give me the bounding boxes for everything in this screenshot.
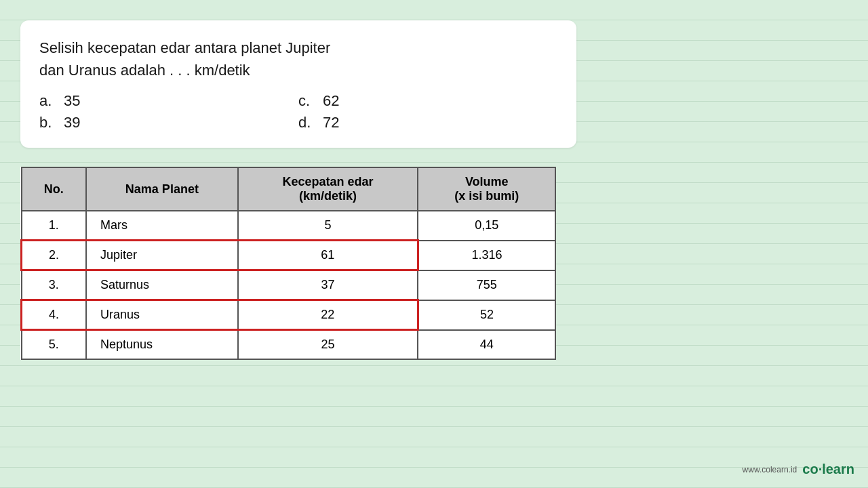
option-b: b. 39 bbox=[39, 114, 298, 131]
option-a: a. 35 bbox=[39, 92, 298, 110]
table-row: 5. Neptunus 25 44 bbox=[22, 330, 556, 360]
row1-volume: 0,15 bbox=[418, 211, 555, 241]
brand-logo: co·learn bbox=[802, 462, 854, 477]
row1-no: 1. bbox=[22, 211, 87, 241]
row5-name: Neptunus bbox=[86, 330, 238, 360]
row3-name: Saturnus bbox=[86, 270, 238, 300]
row4-no: 4. bbox=[22, 300, 87, 330]
table-row-uranus: 4. Uranus 22 52 bbox=[22, 300, 556, 330]
header-volume: Volume(x isi bumi) bbox=[418, 167, 555, 211]
row1-speed: 5 bbox=[238, 211, 418, 241]
table-row: 1. Mars 5 0,15 bbox=[22, 211, 556, 241]
table-row-jupiter: 2. Jupiter 61 1.316 bbox=[22, 241, 556, 270]
option-d-value: 72 bbox=[323, 114, 339, 131]
option-d: d. 72 bbox=[298, 114, 557, 131]
header-no: No. bbox=[22, 167, 87, 211]
question-box: Selisih kecepatan edar antara planet Jup… bbox=[20, 20, 576, 148]
row2-name: Jupiter bbox=[86, 241, 238, 270]
row4-name: Uranus bbox=[86, 300, 238, 330]
planet-table: No. Nama Planet Kecepatan edar(km/detik)… bbox=[20, 167, 556, 360]
header-name: Nama Planet bbox=[86, 167, 238, 211]
row3-no: 3. bbox=[22, 270, 87, 300]
row2-volume: 1.316 bbox=[418, 241, 555, 270]
option-c: c. 62 bbox=[298, 92, 557, 110]
row5-no: 5. bbox=[22, 330, 87, 360]
option-a-value: 35 bbox=[64, 92, 80, 110]
options-grid: a. 35 c. 62 b. 39 d. 72 bbox=[39, 92, 557, 131]
row3-volume: 755 bbox=[418, 270, 555, 300]
row5-speed: 25 bbox=[238, 330, 418, 360]
row3-speed: 37 bbox=[238, 270, 418, 300]
option-b-letter: b. bbox=[39, 114, 56, 131]
header-speed: Kecepatan edar(km/detik) bbox=[238, 167, 418, 211]
question-text: Selisih kecepatan edar antara planet Jup… bbox=[39, 37, 557, 81]
option-b-value: 39 bbox=[64, 114, 80, 131]
option-c-value: 62 bbox=[323, 92, 339, 110]
option-c-letter: c. bbox=[298, 92, 315, 110]
main-content: Selisih kecepatan edar antara planet Jup… bbox=[20, 20, 576, 360]
row4-speed: 22 bbox=[238, 300, 418, 330]
option-a-letter: a. bbox=[39, 92, 56, 110]
table-row: 3. Saturnus 37 755 bbox=[22, 270, 556, 300]
row4-volume: 52 bbox=[418, 300, 555, 330]
brand-url: www.colearn.id bbox=[743, 465, 797, 474]
row2-no: 2. bbox=[22, 241, 87, 270]
row5-volume: 44 bbox=[418, 330, 555, 360]
table-header-row: No. Nama Planet Kecepatan edar(km/detik)… bbox=[22, 167, 556, 211]
brand-area: www.colearn.id co·learn bbox=[743, 462, 854, 477]
option-d-letter: d. bbox=[298, 114, 315, 131]
row2-speed: 61 bbox=[238, 241, 418, 270]
row1-name: Mars bbox=[86, 211, 238, 241]
